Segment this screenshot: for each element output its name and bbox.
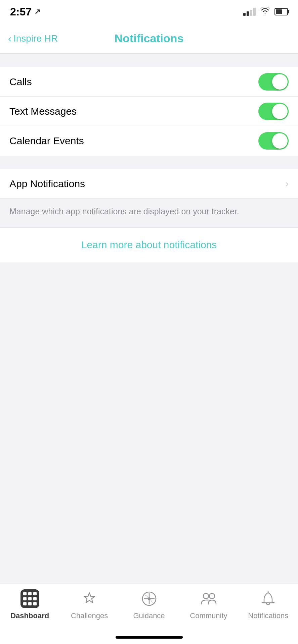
home-indicator: [0, 631, 298, 644]
back-label: Inspire HR: [13, 33, 58, 44]
back-button[interactable]: ‹ Inspire HR: [8, 33, 58, 44]
community-icon: [199, 589, 219, 609]
tab-bar: Dashboard Challenges Guidance: [0, 584, 298, 631]
calendar-events-toggle-knob: [272, 133, 288, 149]
back-chevron-icon: ‹: [8, 33, 11, 44]
status-bar: 2:57 ↗: [0, 0, 298, 23]
app-notifications-label: App Notifications: [9, 178, 85, 190]
calls-label: Calls: [9, 76, 32, 88]
notifications-icon: [258, 589, 278, 609]
signal-icon: [243, 8, 256, 16]
learn-more-section: Learn more about notifications: [0, 227, 298, 262]
calendar-events-row: Calendar Events: [0, 126, 298, 156]
tab-community[interactable]: Community: [179, 589, 238, 620]
tab-notifications[interactable]: Notifications: [239, 589, 298, 620]
text-messages-toggle[interactable]: [258, 103, 289, 120]
page-title: Notifications: [115, 32, 184, 45]
tab-dashboard[interactable]: Dashboard: [0, 589, 59, 620]
calendar-events-toggle[interactable]: [258, 132, 289, 150]
status-icons: [243, 7, 288, 16]
svg-point-5: [203, 593, 209, 599]
tab-challenges[interactable]: Challenges: [59, 589, 119, 620]
text-messages-label: Text Messages: [9, 106, 77, 117]
guidance-icon: [139, 589, 159, 609]
tab-guidance-label: Guidance: [133, 611, 165, 620]
home-bar: [116, 636, 183, 639]
learn-more-link[interactable]: Learn more about notifications: [81, 239, 217, 251]
nav-header: ‹ Inspire HR Notifications: [0, 23, 298, 54]
tab-community-label: Community: [190, 611, 227, 620]
status-time: 2:57 ↗: [10, 6, 40, 18]
calls-toggle[interactable]: [258, 73, 289, 91]
wifi-icon: [260, 7, 270, 16]
app-notifications-description: Manage which app notifications are displ…: [9, 207, 239, 216]
app-notifications-description-area: Manage which app notifications are displ…: [0, 199, 298, 227]
text-messages-row: Text Messages: [0, 97, 298, 126]
toggle-settings-section: Calls Text Messages Calendar Events: [0, 67, 298, 156]
svg-point-4: [148, 598, 150, 600]
calls-toggle-knob: [272, 74, 288, 90]
location-icon: ↗: [34, 7, 40, 16]
app-notifications-section: App Notifications ›: [0, 169, 298, 199]
app-notifications-row[interactable]: App Notifications ›: [0, 169, 298, 199]
challenges-icon: [79, 589, 99, 609]
time-display: 2:57: [10, 6, 32, 18]
tab-notifications-label: Notifications: [248, 611, 288, 620]
svg-point-6: [209, 593, 215, 599]
tab-guidance[interactable]: Guidance: [119, 589, 179, 620]
text-messages-toggle-knob: [272, 104, 288, 119]
content-spacer: [0, 262, 298, 584]
chevron-right-icon: ›: [286, 178, 289, 189]
section-gap-middle: [0, 156, 298, 169]
calendar-events-label: Calendar Events: [9, 135, 84, 147]
tab-challenges-label: Challenges: [71, 611, 108, 620]
battery-icon: [274, 8, 288, 15]
tab-dashboard-label: Dashboard: [10, 611, 49, 620]
calls-row: Calls: [0, 67, 298, 97]
dashboard-icon: [20, 589, 40, 609]
section-gap-top: [0, 54, 298, 67]
